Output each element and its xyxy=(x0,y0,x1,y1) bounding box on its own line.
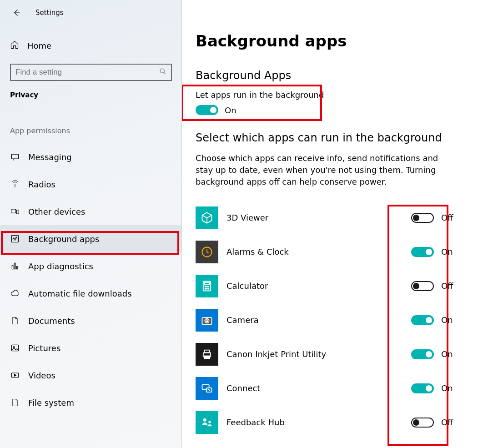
video-icon xyxy=(10,371,20,380)
svg-rect-6 xyxy=(14,263,15,269)
svg-rect-3 xyxy=(16,210,19,214)
sidebar-item-radios[interactable]: Radios xyxy=(0,171,182,198)
sidebar-item-label: Radios xyxy=(28,180,55,189)
app-toggle[interactable] xyxy=(411,247,434,257)
sidebar-item-label: Videos xyxy=(28,371,55,380)
clock-icon xyxy=(196,241,218,263)
app-toggle[interactable] xyxy=(411,383,434,393)
sidebar-item-background-apps[interactable]: Background apps xyxy=(0,225,182,252)
search-container xyxy=(10,64,172,81)
svg-point-17 xyxy=(205,288,206,289)
home-icon xyxy=(10,40,19,51)
group-heading: App permissions xyxy=(0,126,182,135)
svg-point-28 xyxy=(203,418,206,421)
svg-point-19 xyxy=(208,288,209,289)
file-icon xyxy=(10,398,20,407)
app-name-label: Connect xyxy=(226,383,411,393)
app-row: ConnectOn xyxy=(196,371,466,405)
section-description: Choose which apps can receive info, send… xyxy=(196,152,450,188)
svg-point-16 xyxy=(208,286,209,287)
sidebar-item-app-diagnostics[interactable]: App diagnostics xyxy=(0,252,182,280)
svg-rect-25 xyxy=(204,356,210,358)
diag-icon xyxy=(10,262,20,271)
svg-rect-1 xyxy=(12,154,19,159)
sidebar-item-pictures[interactable]: Pictures xyxy=(0,334,182,362)
sidebar-item-file-system[interactable]: File system xyxy=(0,389,182,416)
app-name-label: Calculator xyxy=(226,281,411,291)
sidebar-item-label: File system xyxy=(28,398,74,408)
sidebar-item-videos[interactable]: Videos xyxy=(0,362,182,389)
app-toggle-state: On xyxy=(441,247,453,257)
app-name-label: 3D Viewer xyxy=(226,213,411,222)
app-name-label: Camera xyxy=(226,315,411,325)
search-input[interactable] xyxy=(10,64,172,81)
sidebar-item-label: App diagnostics xyxy=(28,262,93,271)
app-toggle[interactable] xyxy=(411,315,434,325)
app-toggle[interactable] xyxy=(411,418,434,428)
svg-point-14 xyxy=(205,286,206,287)
app-toggle-state: On xyxy=(441,315,453,325)
devices-icon xyxy=(10,207,20,216)
app-row: CalculatorOff xyxy=(196,269,466,303)
app-name-label: Feedback Hub xyxy=(226,418,411,427)
main-panel: Background apps Background Apps Let apps… xyxy=(182,0,493,448)
sidebar-item-other-devices[interactable]: Other devices xyxy=(0,198,182,225)
printer-icon xyxy=(196,343,218,366)
sidebar-item-label: Pictures xyxy=(28,343,60,353)
svg-point-22 xyxy=(206,320,208,322)
camera-icon xyxy=(196,309,218,332)
feedback-icon xyxy=(196,411,218,434)
app-name-label: Canon Inkjet Print Utility xyxy=(226,349,411,359)
app-row: Canon Inkjet Print UtilityOn xyxy=(196,337,466,371)
home-label: Home xyxy=(27,41,51,50)
home-nav-item[interactable]: Home xyxy=(0,35,182,55)
window-title: Settings xyxy=(35,9,64,17)
section-select-apps: Select which apps can run in the backgro… xyxy=(196,131,466,144)
master-toggle[interactable] xyxy=(196,105,218,115)
search-icon xyxy=(159,68,166,77)
master-toggle-label: Let apps run in the background xyxy=(196,90,466,100)
section-background-apps: Background Apps xyxy=(196,69,466,82)
arrow-left-icon xyxy=(12,8,21,17)
cube-icon xyxy=(196,206,218,229)
svg-rect-7 xyxy=(16,267,18,269)
sidebar-item-label: Automatic file downloads xyxy=(28,289,132,298)
app-toggle-state: Off xyxy=(441,418,453,427)
picture-icon xyxy=(10,343,20,352)
sidebar-item-messaging[interactable]: Messaging xyxy=(0,143,182,171)
app-toggle[interactable] xyxy=(411,281,434,291)
sidebar-item-label: Background apps xyxy=(28,234,99,244)
svg-rect-24 xyxy=(204,350,210,352)
app-toggle-state: Off xyxy=(441,213,453,222)
app-row: 3D ViewerOff xyxy=(196,201,466,235)
app-list: 3D ViewerOffAlarms & ClockOnCalculatorOf… xyxy=(196,201,466,439)
category-heading: Privacy xyxy=(0,91,182,99)
svg-rect-2 xyxy=(11,209,16,213)
nav-list: MessagingRadiosOther devicesBackground a… xyxy=(0,143,182,416)
radio-icon xyxy=(10,180,20,189)
svg-rect-8 xyxy=(12,345,19,351)
svg-point-15 xyxy=(206,286,207,287)
sidebar-item-automatic-file-downloads[interactable]: Automatic file downloads xyxy=(0,280,182,307)
message-icon xyxy=(10,152,20,161)
document-icon xyxy=(10,316,20,325)
app-toggle[interactable] xyxy=(411,213,434,223)
app-name-label: Alarms & Clock xyxy=(226,247,411,257)
svg-rect-13 xyxy=(204,282,210,285)
app-toggle-state: Off xyxy=(441,281,453,291)
svg-point-29 xyxy=(208,421,211,423)
svg-rect-5 xyxy=(12,265,13,269)
app-toggle-state: On xyxy=(441,383,453,393)
app-row: Feedback HubOff xyxy=(196,405,466,439)
sidebar: Settings Home Privacy App permissions Me… xyxy=(0,0,182,448)
sidebar-item-label: Documents xyxy=(28,316,75,326)
app-row: Alarms & ClockOn xyxy=(196,235,466,269)
calc-icon xyxy=(196,275,218,297)
master-toggle-state: On xyxy=(225,106,236,115)
app-toggle[interactable] xyxy=(411,349,434,359)
page-title: Background apps xyxy=(196,32,466,50)
activity-icon xyxy=(10,234,20,243)
back-button[interactable] xyxy=(10,6,23,19)
svg-point-0 xyxy=(160,69,164,73)
sidebar-item-documents[interactable]: Documents xyxy=(0,307,182,334)
